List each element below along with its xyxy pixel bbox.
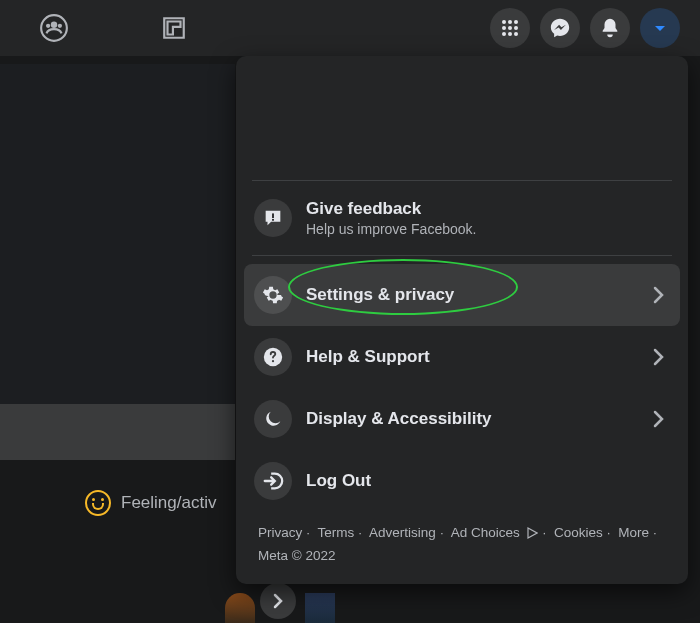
svg-point-8 [508,26,512,30]
account-dropdown-button[interactable] [640,8,680,48]
svg-point-12 [514,32,518,36]
avatar-fragment [225,593,255,623]
settings-privacy-item[interactable]: Settings & privacy [244,264,680,326]
logout-item[interactable]: Log Out [244,450,680,512]
smiley-icon [85,490,111,516]
footer-adchoices[interactable]: Ad Choices [451,525,520,540]
svg-point-11 [508,32,512,36]
footer-advertising[interactable]: Advertising [369,525,436,540]
divider [252,255,672,256]
moon-icon [254,400,292,438]
adchoices-icon [526,527,538,539]
display-accessibility-label: Display & Accessibility [306,409,492,429]
help-support-label: Help & Support [306,347,430,367]
help-support-item[interactable]: Help & Support [244,326,680,388]
svg-point-3 [58,24,62,28]
footer-terms[interactable]: Terms [318,525,355,540]
display-accessibility-item[interactable]: Display & Accessibility [244,388,680,450]
profile-section-placeholder [244,64,680,172]
top-nav-bar [0,0,700,56]
svg-point-1 [51,22,57,28]
menu-footer: Privacy· Terms· Advertising· Ad Choices … [244,512,680,572]
question-icon [254,338,292,376]
messenger-button[interactable] [540,8,580,48]
footer-more[interactable]: More [618,525,649,540]
feeling-label: Feeling/activ [121,493,216,513]
feedback-title: Give feedback [306,199,476,219]
footer-cookies[interactable]: Cookies [554,525,603,540]
chevron-right-icon [646,407,670,431]
svg-point-4 [502,20,506,24]
gear-icon [254,276,292,314]
avatar-fragment-2 [305,593,335,623]
svg-point-10 [502,32,506,36]
chevron-right-icon [646,283,670,307]
svg-point-2 [46,24,50,28]
svg-point-5 [508,20,512,24]
feedback-icon [254,199,292,237]
svg-point-6 [514,20,518,24]
account-menu: Give feedback Help us improve Facebook. … [236,56,688,584]
logout-icon [254,462,292,500]
svg-rect-13 [272,213,274,218]
menu-grid-button[interactable] [490,8,530,48]
footer-privacy[interactable]: Privacy [258,525,302,540]
settings-privacy-label: Settings & privacy [306,285,454,305]
feed-background-strip [0,404,235,460]
groups-nav-icon[interactable] [34,8,74,48]
notifications-button[interactable] [590,8,630,48]
logout-label: Log Out [306,471,371,491]
gaming-nav-icon[interactable] [154,8,194,48]
give-feedback-item[interactable]: Give feedback Help us improve Facebook. [244,189,680,247]
feedback-subtitle: Help us improve Facebook. [306,221,476,237]
chevron-right-icon [646,345,670,369]
svg-point-16 [272,360,274,362]
footer-meta: Meta © 2022 [258,548,336,563]
story-next-button[interactable] [260,583,296,619]
svg-point-9 [514,26,518,30]
feeling-activity-button[interactable]: Feeling/activ [85,490,216,516]
feed-background [0,64,235,404]
svg-rect-14 [272,219,274,221]
svg-point-7 [502,26,506,30]
divider [252,180,672,181]
